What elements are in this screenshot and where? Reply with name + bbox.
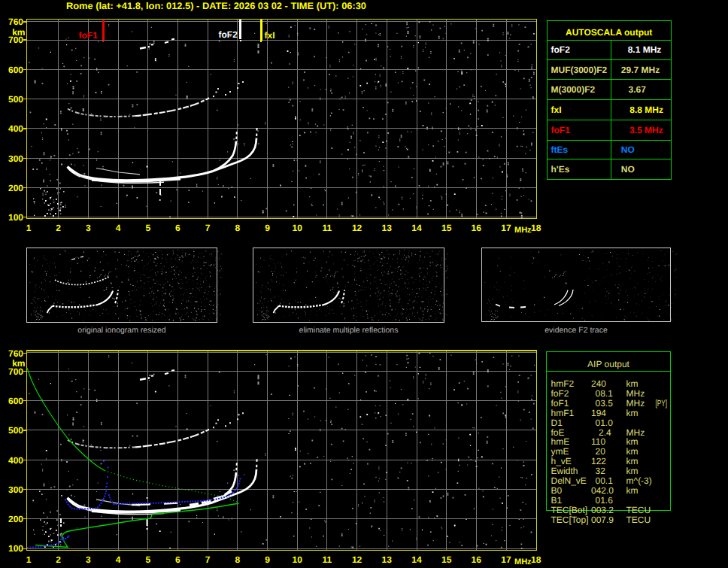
svg-text:7: 7 xyxy=(205,554,211,565)
svg-text:18: 18 xyxy=(531,554,541,565)
svg-text:Ewidth: Ewidth xyxy=(551,466,578,476)
svg-text:MHz: MHz xyxy=(626,427,645,438)
svg-text:600: 600 xyxy=(8,396,23,406)
svg-text:300: 300 xyxy=(8,153,23,164)
svg-text:NO: NO xyxy=(621,144,635,155)
svg-text:km: km xyxy=(626,456,639,466)
svg-text:MHz: MHz xyxy=(514,226,532,235)
svg-text:1: 1 xyxy=(26,223,32,233)
svg-text:18: 18 xyxy=(531,223,541,233)
svg-text:00.1: 00.1 xyxy=(596,475,614,486)
svg-text:15: 15 xyxy=(441,223,452,233)
svg-text:fxI: fxI xyxy=(551,105,562,115)
svg-text:3.5 MHz: 3.5 MHz xyxy=(629,125,663,135)
svg-text:1: 1 xyxy=(26,554,32,565)
svg-text:300: 300 xyxy=(8,484,23,495)
svg-text:17: 17 xyxy=(501,223,511,233)
svg-text:AUTOSCALA output: AUTOSCALA output xyxy=(566,27,652,38)
svg-text:MHz: MHz xyxy=(514,557,532,566)
svg-text:200: 200 xyxy=(8,514,23,524)
svg-text:8.1 MHz: 8.1 MHz xyxy=(628,44,662,55)
svg-text:6: 6 xyxy=(175,223,180,233)
svg-text:500: 500 xyxy=(8,425,23,436)
svg-text:fxI: fxI xyxy=(265,30,275,41)
svg-text:AIP output: AIP output xyxy=(587,359,629,369)
svg-text:14: 14 xyxy=(411,554,422,565)
svg-text:foF1: foF1 xyxy=(551,125,571,135)
svg-text:32: 32 xyxy=(596,466,606,476)
svg-text:240: 240 xyxy=(591,378,606,389)
svg-text:TECU: TECU xyxy=(626,515,651,525)
svg-text:[PY]: [PY] xyxy=(656,398,668,409)
svg-text:km: km xyxy=(626,485,639,496)
svg-text:foF2: foF2 xyxy=(551,388,569,399)
svg-text:ymE: ymE xyxy=(551,446,569,457)
svg-text:8: 8 xyxy=(235,554,240,565)
svg-text:hmE: hmE xyxy=(551,436,570,447)
svg-text:003.2: 003.2 xyxy=(591,505,614,515)
svg-text:2: 2 xyxy=(56,554,61,565)
svg-text:12: 12 xyxy=(352,554,362,565)
svg-text:08.1: 08.1 xyxy=(596,388,614,399)
svg-text:11: 11 xyxy=(323,223,332,233)
svg-text:2: 2 xyxy=(56,223,61,233)
svg-text:200: 200 xyxy=(8,183,23,193)
svg-text:100: 100 xyxy=(8,212,23,223)
svg-text:MHz: MHz xyxy=(626,388,645,399)
svg-text:m^(-3): m^(-3) xyxy=(626,475,652,486)
svg-text:3: 3 xyxy=(86,223,91,233)
svg-text:NO: NO xyxy=(621,164,635,175)
svg-text:5: 5 xyxy=(145,554,150,565)
svg-text:km: km xyxy=(626,436,639,447)
svg-text:700: 700 xyxy=(8,35,23,45)
svg-text:400: 400 xyxy=(8,455,23,466)
svg-text:foF1: foF1 xyxy=(79,30,99,41)
svg-text:DelN_vE: DelN_vE xyxy=(551,475,587,486)
svg-text:11: 11 xyxy=(323,554,332,565)
svg-text:10: 10 xyxy=(293,223,303,233)
svg-text:hmF2: hmF2 xyxy=(551,378,575,389)
svg-text:h_vE: h_vE xyxy=(551,456,572,466)
svg-text:B1: B1 xyxy=(551,495,563,506)
svg-text:foF2: foF2 xyxy=(219,29,238,40)
svg-text:122: 122 xyxy=(591,456,606,466)
svg-text:4: 4 xyxy=(116,223,121,233)
svg-text:hmF1: hmF1 xyxy=(551,408,575,418)
svg-text:3: 3 xyxy=(86,554,91,565)
svg-text:Rome (lat: +41.8, lon: 012.5): Rome (lat: +41.8, lon: 012.5) - DATE: 20… xyxy=(66,1,366,11)
svg-text:03.5: 03.5 xyxy=(596,398,614,409)
svg-text:km: km xyxy=(626,378,639,389)
svg-text:7: 7 xyxy=(205,223,211,233)
svg-text:original ionogram resized: original ionogram resized xyxy=(77,326,165,335)
svg-text:042.0: 042.0 xyxy=(591,485,614,496)
svg-text:29.7 MHz: 29.7 MHz xyxy=(621,65,660,75)
svg-text:B0: B0 xyxy=(551,485,563,496)
svg-text:MUF(3000)F2: MUF(3000)F2 xyxy=(551,65,608,75)
svg-text:9: 9 xyxy=(265,223,270,233)
svg-text:20: 20 xyxy=(596,446,606,457)
svg-text:5: 5 xyxy=(145,223,150,233)
svg-text:01.0: 01.0 xyxy=(596,418,614,428)
svg-text:6: 6 xyxy=(175,554,180,565)
svg-text:foF2: foF2 xyxy=(551,44,571,55)
svg-text:km: km xyxy=(626,446,639,457)
svg-text:9: 9 xyxy=(265,554,270,565)
svg-text:TEC[Bot]: TEC[Bot] xyxy=(551,505,588,515)
svg-text:400: 400 xyxy=(8,123,23,134)
svg-text:100: 100 xyxy=(8,543,23,554)
svg-text:8: 8 xyxy=(235,223,240,233)
svg-text:13: 13 xyxy=(382,554,393,565)
svg-text:17: 17 xyxy=(501,554,511,565)
svg-text:foE: foE xyxy=(551,427,565,438)
svg-text:8.8 MHz: 8.8 MHz xyxy=(629,105,663,115)
svg-text:TECU: TECU xyxy=(626,505,651,515)
svg-text:eliminate multiple reflections: eliminate multiple reflections xyxy=(299,326,399,335)
svg-text:MHz: MHz xyxy=(626,398,645,409)
svg-text:evidence F2 trace: evidence F2 trace xyxy=(544,326,608,335)
svg-text:16: 16 xyxy=(472,554,482,565)
svg-text:h'Es: h'Es xyxy=(551,164,570,175)
svg-text:15: 15 xyxy=(441,554,452,565)
svg-text:foF1: foF1 xyxy=(551,398,569,409)
svg-text:110: 110 xyxy=(591,436,605,447)
svg-text:700: 700 xyxy=(8,366,23,377)
